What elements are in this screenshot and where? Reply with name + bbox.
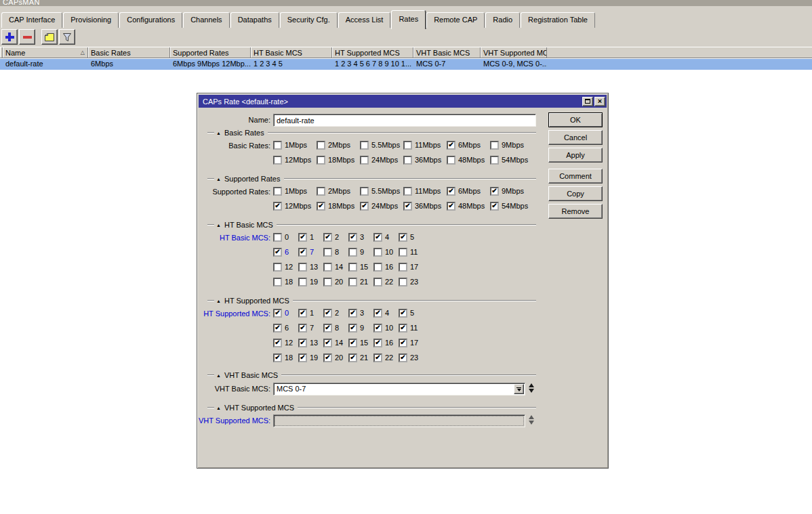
checkbox-checked[interactable]: ✔ — [298, 339, 307, 347]
vht-supported-mcs-field[interactable] — [273, 414, 525, 427]
checkbox-unchecked[interactable] — [399, 248, 407, 257]
collapse-arrow-icon[interactable]: ▲ — [216, 223, 221, 228]
checkbox-unchecked[interactable] — [317, 141, 325, 150]
comment-button[interactable] — [41, 29, 58, 45]
checkbox-checked[interactable]: ✔ — [447, 202, 455, 211]
checkbox-unchecked[interactable] — [273, 141, 282, 150]
tab-cap-interface[interactable]: CAP Interface — [1, 12, 62, 28]
checkbox-checked[interactable]: ✔ — [373, 324, 382, 333]
checkbox-unchecked[interactable] — [403, 156, 412, 165]
checkbox-unchecked[interactable] — [273, 263, 282, 272]
cell-supported-rates[interactable]: 6Mbps 9Mbps 12Mbp... — [170, 59, 251, 70]
tab-security-cfg[interactable]: Security Cfg. — [280, 12, 338, 28]
checkbox-checked[interactable]: ✔ — [323, 324, 332, 333]
checkbox-unchecked[interactable] — [399, 263, 407, 272]
checkbox-checked[interactable]: ✔ — [323, 339, 332, 347]
checkbox-checked[interactable]: ✔ — [273, 309, 282, 318]
column-header-vht-supported-mcs[interactable]: VHT Supported MCS — [481, 47, 547, 58]
checkbox-checked[interactable]: ✔ — [490, 187, 499, 196]
checkbox-checked[interactable]: ✔ — [399, 233, 407, 242]
checkbox-unchecked[interactable] — [447, 156, 455, 165]
checkbox-checked[interactable]: ✔ — [273, 354, 282, 362]
checkbox-unchecked[interactable] — [348, 278, 357, 286]
checkbox-checked[interactable]: ✔ — [447, 141, 455, 150]
checkbox-checked[interactable]: ✔ — [273, 248, 282, 257]
checkbox-checked[interactable]: ✔ — [348, 339, 357, 347]
add-button[interactable] — [1, 29, 18, 45]
checkbox-unchecked[interactable] — [298, 263, 307, 272]
checkbox-unchecked[interactable] — [360, 156, 369, 165]
comment-button[interactable]: Comment — [548, 169, 603, 184]
checkbox-unchecked[interactable] — [317, 156, 325, 165]
checkbox-unchecked[interactable] — [373, 278, 382, 286]
checkbox-checked[interactable]: ✔ — [298, 248, 307, 257]
checkbox-checked[interactable]: ✔ — [298, 233, 307, 242]
checkbox-unchecked[interactable] — [490, 156, 499, 165]
checkbox-unchecked[interactable] — [273, 233, 282, 242]
tab-registration-table[interactable]: Registration Table — [521, 12, 595, 28]
close-button[interactable]: × — [594, 97, 605, 106]
maximize-button[interactable] — [582, 97, 593, 106]
tab-access-list[interactable]: Access List — [338, 12, 391, 28]
checkbox-checked[interactable]: ✔ — [298, 324, 307, 333]
collapse-arrow-icon[interactable]: ▲ — [216, 299, 221, 303]
tab-provisioning[interactable]: Provisioning — [63, 12, 119, 28]
checkbox-unchecked[interactable] — [360, 141, 369, 150]
checkbox-unchecked[interactable] — [323, 248, 332, 257]
filter-button[interactable] — [59, 29, 75, 45]
checkbox-checked[interactable]: ✔ — [273, 202, 282, 211]
checkbox-unchecked[interactable] — [490, 141, 499, 150]
remove-button[interactable] — [19, 29, 35, 45]
checkbox-unchecked[interactable] — [273, 187, 282, 196]
tab-channels[interactable]: Channels — [183, 12, 229, 28]
checkbox-unchecked[interactable] — [403, 187, 412, 196]
apply-button[interactable]: Apply — [548, 148, 603, 163]
checkbox-checked[interactable]: ✔ — [348, 309, 357, 318]
cell-ht-supported-mcs[interactable]: 1 2 3 4 5 6 7 8 9 10 1... — [332, 59, 413, 70]
cell-ht-basic-mcs[interactable]: 1 2 3 4 5 — [251, 59, 332, 70]
checkbox-checked[interactable]: ✔ — [317, 202, 325, 211]
checkbox-checked[interactable]: ✔ — [273, 339, 282, 347]
ok-button[interactable]: OK — [548, 112, 603, 127]
cell-vht-supported-mcs[interactable]: MCS 0-9, MCS 0-... — [481, 59, 547, 70]
checkbox-checked[interactable]: ✔ — [360, 202, 369, 211]
cell-basic-rates[interactable]: 6Mbps — [88, 59, 170, 70]
vht-supported-mcs-spinner[interactable] — [529, 415, 534, 425]
cell-name[interactable]: default-rate — [3, 59, 88, 70]
checkbox-checked[interactable]: ✔ — [273, 324, 282, 333]
checkbox-checked[interactable]: ✔ — [348, 324, 357, 333]
checkbox-checked[interactable]: ✔ — [490, 202, 499, 211]
checkbox-checked[interactable]: ✔ — [323, 354, 332, 362]
collapse-arrow-icon[interactable]: ▲ — [216, 406, 221, 410]
checkbox-checked[interactable]: ✔ — [399, 309, 407, 318]
checkbox-unchecked[interactable] — [348, 248, 357, 257]
checkbox-unchecked[interactable] — [317, 187, 325, 196]
tab-radio[interactable]: Radio — [485, 12, 520, 28]
checkbox-checked[interactable]: ✔ — [373, 309, 382, 318]
checkbox-checked[interactable]: ✔ — [373, 233, 382, 242]
collapse-arrow-icon[interactable]: ▲ — [216, 177, 221, 181]
column-header-basic-rates[interactable]: Basic Rates — [88, 47, 170, 58]
checkbox-unchecked[interactable] — [323, 278, 332, 286]
copy-button[interactable]: Copy — [548, 186, 603, 201]
checkbox-unchecked[interactable] — [323, 263, 332, 272]
remove-button[interactable]: Remove — [548, 204, 603, 219]
tab-configurations[interactable]: Configurations — [119, 12, 182, 28]
collapse-arrow-icon[interactable]: ▲ — [216, 131, 221, 135]
checkbox-checked[interactable]: ✔ — [373, 339, 382, 347]
checkbox-unchecked[interactable] — [373, 248, 382, 257]
checkbox-checked[interactable]: ✔ — [348, 233, 357, 242]
checkbox-unchecked[interactable] — [403, 141, 412, 150]
checkbox-checked[interactable]: ✔ — [348, 354, 357, 362]
checkbox-checked[interactable]: ✔ — [399, 324, 407, 333]
column-header-vht-basic-mcs[interactable]: VHT Basic MCS — [413, 47, 481, 58]
tab-rates[interactable]: Rates — [391, 10, 426, 29]
checkbox-checked[interactable]: ✔ — [399, 339, 407, 347]
checkbox-checked[interactable]: ✔ — [447, 187, 455, 196]
checkbox-unchecked[interactable] — [399, 278, 407, 286]
checkbox-checked[interactable]: ✔ — [373, 354, 382, 362]
checkbox-checked[interactable]: ✔ — [298, 354, 307, 362]
vht-basic-mcs-combo[interactable]: MCS 0-7 — [273, 383, 525, 395]
checkbox-checked[interactable]: ✔ — [399, 354, 407, 362]
checkbox-checked[interactable]: ✔ — [403, 202, 412, 211]
